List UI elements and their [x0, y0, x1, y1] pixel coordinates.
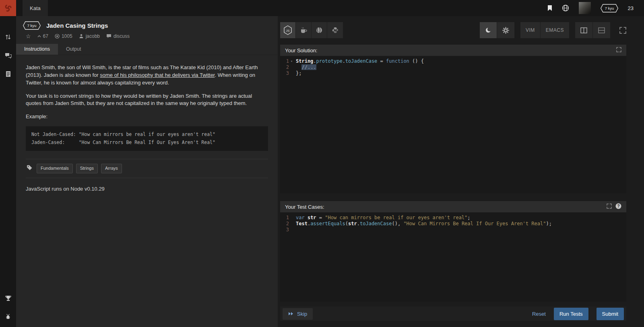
description-paragraph-2: Your task is to convert strings to how t… — [26, 93, 268, 108]
code-line[interactable]: 3 }; — [280, 70, 626, 76]
codewars-swirl-icon — [2, 2, 14, 14]
line-number: 1 — [280, 215, 289, 221]
twitter-link[interactable]: some of his philosophy that he delivers … — [100, 72, 215, 78]
fold-gutter — [289, 221, 294, 227]
view-count: 1005 — [62, 33, 72, 39]
code-text: Test.assertEquals(str.toJadenCase(), "Ho… — [294, 221, 552, 227]
nav-kata[interactable]: Kata — [23, 0, 48, 16]
code-text: //... — [294, 64, 316, 70]
code-work-area: JS — [278, 16, 644, 327]
tab-output[interactable]: Output — [58, 44, 89, 55]
docs-icon[interactable] — [3, 70, 13, 78]
avatar[interactable] — [579, 2, 591, 14]
help-icon[interactable]: ? — [615, 203, 621, 210]
speech-bubble-icon — [106, 34, 111, 39]
discuss-link[interactable]: discuss — [106, 33, 130, 39]
layout-columns-icon — [580, 27, 587, 33]
expand-solution-icon[interactable] — [616, 47, 621, 53]
tag-chip[interactable]: Fundamentals — [37, 164, 73, 173]
author-name: jacobb — [86, 33, 100, 39]
solution-editor[interactable]: 1▾String.prototype.toJadenCase = functio… — [280, 56, 626, 193]
toolbar-right-controls: VIM EMACS — [480, 22, 626, 38]
run-tests-button[interactable]: Run Tests — [554, 308, 588, 320]
editor-toolbar: JS — [280, 22, 626, 38]
author-link[interactable]: jacobb — [79, 33, 100, 39]
rank-badge[interactable]: 7 kyu — [601, 4, 618, 12]
settings-button[interactable] — [497, 22, 514, 38]
dark-theme-toggle[interactable] — [480, 22, 497, 38]
tests-editor[interactable]: 1 var str = "How can mirrors be real if … — [280, 212, 626, 302]
example-code-line: Jaden-Cased: "How Can Mirrors Be Real If… — [31, 139, 262, 147]
vim-mode-button[interactable]: VIM — [520, 22, 541, 38]
moon-icon — [485, 27, 491, 33]
example-code-line: Not Jaden-Cased: "How can mirrors be rea… — [31, 131, 262, 139]
submit-button[interactable]: Submit — [597, 308, 624, 320]
code-line[interactable]: 2 //... — [280, 64, 626, 70]
person-icon — [79, 34, 84, 39]
solution-panel-header: Your Solution: — [280, 45, 626, 56]
code-line[interactable]: 3 — [280, 227, 626, 233]
fast-forward-icon — [288, 312, 294, 316]
bug-icon[interactable] — [3, 313, 13, 321]
line-number: 1 — [280, 58, 289, 64]
star-icon[interactable]: ☆ — [26, 33, 31, 39]
lang-coffeescript-icon[interactable] — [296, 22, 312, 38]
forum-icon[interactable] — [3, 51, 13, 60]
kumite-icon[interactable] — [3, 33, 13, 41]
tag-list: FundamentalsStringsArrays — [37, 164, 122, 173]
gear-icon — [502, 27, 509, 34]
code-line[interactable]: 1 var str = "How can mirrors be real if … — [280, 215, 626, 221]
tag-chip[interactable]: Arrays — [101, 164, 122, 173]
lang-clojure-icon[interactable] — [312, 22, 327, 38]
line-number: 2 — [280, 221, 289, 227]
code-line[interactable]: 2 Test.assertEquals(str.toJadenCase(), "… — [280, 221, 626, 227]
tab-instructions[interactable]: Instructions — [16, 44, 58, 55]
bookmark-icon[interactable] — [547, 5, 552, 11]
tag-icon — [27, 165, 33, 173]
honor-points: 23 — [628, 5, 634, 11]
svg-text:JS: JS — [286, 29, 289, 33]
action-footer: Skip Reset Run Tests Submit — [280, 306, 626, 321]
code-text — [294, 227, 296, 233]
solution-panel-title: Your Solution: — [285, 47, 317, 53]
fold-gutter — [289, 64, 294, 70]
layout-columns-button[interactable] — [575, 22, 593, 38]
code-text: String.prototype.toJadenCase = function … — [294, 58, 424, 64]
tests-panel-header: Your Test Cases: ? — [280, 201, 626, 212]
line-number: 3 — [280, 227, 289, 233]
lang-python-icon[interactable] — [327, 22, 343, 38]
svg-text:?: ? — [617, 204, 619, 208]
globe-icon[interactable] — [562, 4, 569, 12]
code-line[interactable]: 1▾String.prototype.toJadenCase = functio… — [280, 58, 626, 64]
tag-chip[interactable]: Strings — [76, 164, 98, 173]
svg-text:7 kyu: 7 kyu — [27, 23, 37, 28]
kata-title: Jaden Casing Strings — [46, 22, 108, 29]
vote-count: 67 — [43, 33, 48, 39]
fold-arrow-icon[interactable]: ▾ — [289, 58, 294, 64]
topbar-right-cluster: 7 kyu 23 — [547, 2, 644, 14]
tags-row: FundamentalsStringsArrays — [26, 159, 268, 178]
expand-tests-icon[interactable] — [607, 204, 612, 210]
chevron-up-icon — [37, 35, 41, 37]
discuss-label: discuss — [114, 33, 130, 39]
leaderboard-trophy-icon[interactable] — [3, 294, 13, 302]
kata-stats-row: ☆ 67 1005 jacobb discuss — [23, 33, 268, 39]
svg-text:7 kyu: 7 kyu — [605, 6, 614, 10]
reset-button[interactable]: Reset — [532, 311, 546, 317]
language-selector: JS — [280, 22, 343, 38]
emacs-mode-button[interactable]: EMACS — [541, 22, 569, 38]
top-navigation-bar: Kata 7 kyu 23 — [0, 0, 644, 16]
codewars-logo[interactable] — [0, 0, 16, 16]
skip-button[interactable]: Skip — [283, 308, 313, 320]
fold-gutter — [289, 215, 294, 221]
vote-stat[interactable]: 67 — [37, 33, 48, 39]
fold-gutter — [289, 227, 294, 233]
description-body: Jaden Smith, the son of Will Smith, is t… — [16, 55, 278, 208]
code-text: var str = "How can mirrors be real if ou… — [294, 215, 471, 221]
lang-javascript-icon[interactable]: JS — [280, 22, 296, 38]
fullscreen-icon[interactable] — [619, 27, 626, 34]
layout-rows-button[interactable] — [593, 22, 610, 38]
left-icon-rail — [0, 16, 16, 327]
views-stat: 1005 — [55, 33, 72, 39]
kata-description-panel: 7 kyu Jaden Casing Strings ☆ 67 1005 jac… — [16, 16, 278, 327]
